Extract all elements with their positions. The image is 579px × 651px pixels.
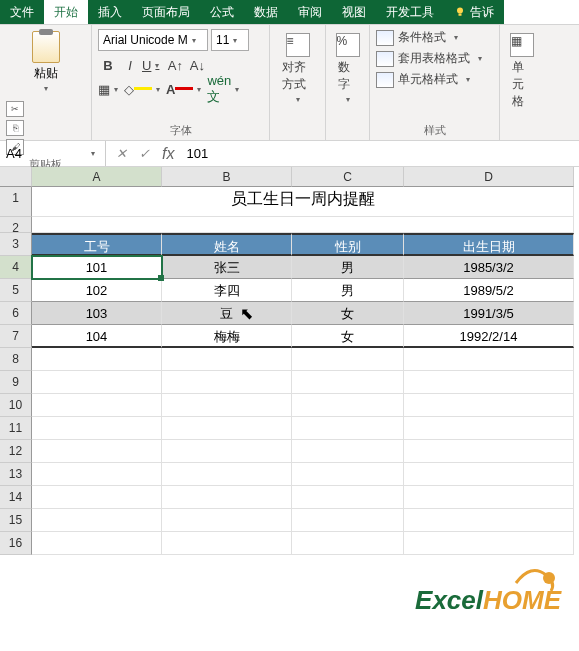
cell-B12[interactable] [162, 440, 292, 463]
cell-D7[interactable]: 1992/2/14 [404, 325, 574, 348]
row-header-11[interactable]: 11 [0, 417, 32, 440]
cell-D15[interactable] [404, 509, 574, 532]
table-format-button[interactable]: 套用表格格式▾ [376, 50, 493, 67]
cell-B4[interactable]: 张三 [162, 256, 292, 279]
cell-A14[interactable] [32, 486, 162, 509]
cell-D12[interactable] [404, 440, 574, 463]
cell-B14[interactable] [162, 486, 292, 509]
cell-C5[interactable]: 男 [292, 279, 404, 302]
header-dob[interactable]: 出生日期 [404, 233, 574, 256]
tab-page-layout[interactable]: 页面布局 [132, 0, 200, 24]
cell-D14[interactable] [404, 486, 574, 509]
cell-style-button[interactable]: 单元格样式▾ [376, 71, 493, 88]
italic-button[interactable]: I [120, 55, 140, 75]
spreadsheet-grid[interactable]: A B C D 1 员工生日一周内提醒 2 3 工号 姓名 性别 出生日期 4 … [0, 167, 579, 555]
row-header-10[interactable]: 10 [0, 394, 32, 417]
font-size-combo[interactable]: 11▾ [211, 29, 249, 51]
cell-A16[interactable] [32, 532, 162, 555]
formula-input[interactable] [186, 146, 569, 161]
row-header-1[interactable]: 1 [0, 187, 32, 217]
col-header-D[interactable]: D [404, 167, 574, 187]
cell-A7[interactable]: 104 [32, 325, 162, 348]
tab-view[interactable]: 视图 [332, 0, 376, 24]
header-id[interactable]: 工号 [32, 233, 162, 256]
cell-A8[interactable] [32, 348, 162, 371]
enter-formula-button[interactable]: ✓ [139, 146, 150, 161]
col-header-B[interactable]: B [162, 167, 292, 187]
tab-developer[interactable]: 开发工具 [376, 0, 444, 24]
cell-A5[interactable]: 102 [32, 279, 162, 302]
cell-D16[interactable] [404, 532, 574, 555]
select-all-corner[interactable] [0, 167, 32, 187]
tab-file[interactable]: 文件 [0, 0, 44, 24]
row-header-4[interactable]: 4 [0, 256, 32, 279]
cell-A12[interactable] [32, 440, 162, 463]
cell-D4[interactable]: 1985/3/2 [404, 256, 574, 279]
fill-color-button[interactable]: ◇▾ [124, 79, 164, 99]
row-header-15[interactable]: 15 [0, 509, 32, 532]
row-header-3[interactable]: 3 [0, 233, 32, 256]
cell-D10[interactable] [404, 394, 574, 417]
cell-A4[interactable]: 101 [32, 256, 162, 279]
cancel-formula-button[interactable]: ✕ [116, 146, 127, 161]
cells-button[interactable]: ▦ 单元格 [506, 29, 538, 138]
cell-A10[interactable] [32, 394, 162, 417]
cell-A6[interactable]: 103 [32, 302, 162, 325]
cell-C13[interactable] [292, 463, 404, 486]
cell-C12[interactable] [292, 440, 404, 463]
row-header-13[interactable]: 13 [0, 463, 32, 486]
conditional-format-button[interactable]: 条件格式▾ [376, 29, 493, 46]
cell-D9[interactable] [404, 371, 574, 394]
cell-B8[interactable] [162, 348, 292, 371]
number-button[interactable]: % 数字 ▾ [332, 29, 363, 138]
row-header-16[interactable]: 16 [0, 532, 32, 555]
cell-B6[interactable]: 豆 [162, 302, 292, 325]
cell-A2[interactable] [32, 217, 574, 233]
tab-insert[interactable]: 插入 [88, 0, 132, 24]
row-header-6[interactable]: 6 [0, 302, 32, 325]
font-color-button[interactable]: A▾ [166, 79, 205, 99]
cell-D11[interactable] [404, 417, 574, 440]
cell-C11[interactable] [292, 417, 404, 440]
align-button[interactable]: ≡ 对齐方式 ▾ [276, 29, 319, 138]
cell-C8[interactable] [292, 348, 404, 371]
cell-B9[interactable] [162, 371, 292, 394]
cell-C9[interactable] [292, 371, 404, 394]
underline-button[interactable]: U▾ [142, 55, 163, 75]
cut-button[interactable]: ✂ [6, 101, 24, 117]
row-header-9[interactable]: 9 [0, 371, 32, 394]
tab-review[interactable]: 审阅 [288, 0, 332, 24]
cell-B13[interactable] [162, 463, 292, 486]
paste-button[interactable]: 粘贴 ▾ [6, 29, 85, 95]
cell-D5[interactable]: 1989/5/2 [404, 279, 574, 302]
tell-me[interactable]: 告诉 [444, 0, 504, 24]
cell-D13[interactable] [404, 463, 574, 486]
tab-formulas[interactable]: 公式 [200, 0, 244, 24]
border-button[interactable]: ▦▾ [98, 79, 122, 99]
tab-home[interactable]: 开始 [44, 0, 88, 24]
col-header-A[interactable]: A [32, 167, 162, 187]
cell-B7[interactable]: 梅梅 [162, 325, 292, 348]
cell-D6[interactable]: 1991/3/5 [404, 302, 574, 325]
copy-button[interactable]: ⎘ [6, 120, 24, 136]
font-name-combo[interactable]: Arial Unicode M▾ [98, 29, 208, 51]
row-header-14[interactable]: 14 [0, 486, 32, 509]
cell-A9[interactable] [32, 371, 162, 394]
row-header-5[interactable]: 5 [0, 279, 32, 302]
cell-B5[interactable]: 李四 [162, 279, 292, 302]
header-name[interactable]: 姓名 [162, 233, 292, 256]
increase-font-button[interactable]: A↑ [165, 55, 185, 75]
cell-C10[interactable] [292, 394, 404, 417]
cell-B16[interactable] [162, 532, 292, 555]
cell-B11[interactable] [162, 417, 292, 440]
cell-A13[interactable] [32, 463, 162, 486]
header-sex[interactable]: 性别 [292, 233, 404, 256]
cell-D8[interactable] [404, 348, 574, 371]
tab-data[interactable]: 数据 [244, 0, 288, 24]
row-header-12[interactable]: 12 [0, 440, 32, 463]
cell-C15[interactable] [292, 509, 404, 532]
bold-button[interactable]: B [98, 55, 118, 75]
cell-B15[interactable] [162, 509, 292, 532]
cell-C7[interactable]: 女 [292, 325, 404, 348]
row-header-7[interactable]: 7 [0, 325, 32, 348]
